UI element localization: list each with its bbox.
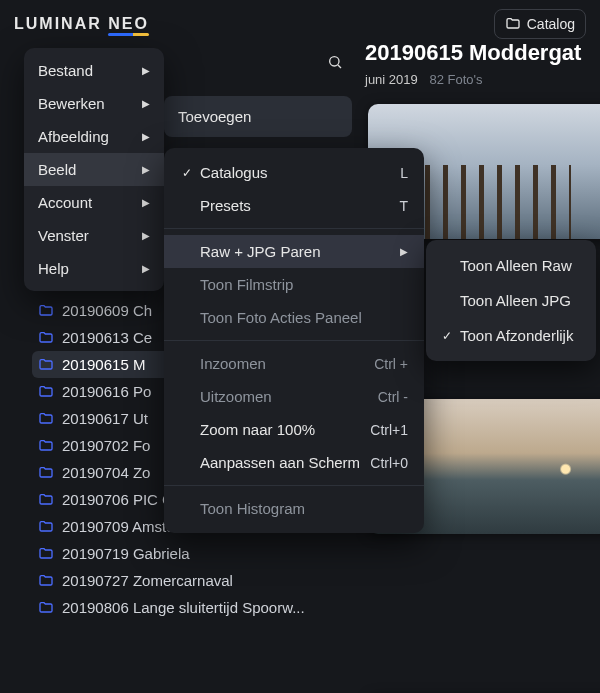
album-title: 20190615 Moddergat [365, 40, 592, 66]
folder-name: 20190615 M [62, 356, 145, 373]
menu-item-label: Help [38, 260, 69, 277]
menu-item[interactable]: Bewerken▶ [24, 87, 164, 120]
folder-name: 20190617 Ut [62, 410, 148, 427]
catalog-button[interactable]: Catalog [494, 9, 586, 39]
submenu-item[interactable]: Toon Alleen JPG [426, 283, 596, 318]
album-count: 82 Foto's [429, 72, 482, 87]
submenu-item[interactable]: Toon Alleen Raw [426, 248, 596, 283]
menu-item-label: Beeld [38, 161, 76, 178]
svg-line-1 [338, 65, 341, 68]
menu-item-label: Bestand [38, 62, 93, 79]
submenu-item-label: Toon Alleen JPG [460, 292, 571, 309]
folder-name: 20190702 Fo [62, 437, 150, 454]
submenu-item-label: Toon Alleen Raw [460, 257, 572, 274]
submenu-item-label: Presets [200, 197, 393, 214]
folder-name: 20190704 Zo [62, 464, 150, 481]
shortcut-label: Ctrl+0 [370, 455, 408, 471]
submenu-item[interactable]: ✓CatalogusL [164, 156, 424, 189]
submenu-item-label: Inzoomen [200, 355, 368, 372]
menu-item-label: Venster [38, 227, 89, 244]
app-name: LUMINAR [14, 15, 102, 32]
menu-item[interactable]: Beeld▶ [24, 153, 164, 186]
app-logo: LUMINAR NEO [14, 15, 149, 33]
chevron-right-icon: ▶ [142, 131, 150, 142]
chevron-right-icon: ▶ [142, 263, 150, 274]
submenu-item[interactable]: InzoomenCtrl + [164, 347, 424, 380]
album-date: juni 2019 [365, 72, 418, 87]
folder-item[interactable]: 20190806 Lange sluitertijd Spoorw... [32, 594, 332, 621]
submenu-item[interactable]: UitzoomenCtrl - [164, 380, 424, 413]
main-menu: Bestand▶Bewerken▶Afbeelding▶Beeld▶Accoun… [24, 48, 164, 291]
submenu-item-label: Zoom naar 100% [200, 421, 364, 438]
menu-item[interactable]: Bestand▶ [24, 54, 164, 87]
shortcut-label: Ctrl+1 [370, 422, 408, 438]
menu-item-label: Bewerken [38, 95, 105, 112]
shortcut-label: Ctrl + [374, 356, 408, 372]
add-panel[interactable]: Toevoegen [164, 96, 352, 137]
folder-name: 20190616 Po [62, 383, 151, 400]
menu-item[interactable]: Help▶ [24, 252, 164, 285]
menu-item[interactable]: Account▶ [24, 186, 164, 219]
check-icon: ✓ [440, 329, 454, 343]
chevron-right-icon: ▶ [142, 230, 150, 241]
add-panel-label: Toevoegen [178, 108, 251, 125]
submenu-item[interactable]: Zoom naar 100%Ctrl+1 [164, 413, 424, 446]
menu-item[interactable]: Afbeelding▶ [24, 120, 164, 153]
submenu-item-label: Toon Histogram [200, 500, 408, 517]
menu-item[interactable]: Venster▶ [24, 219, 164, 252]
menu-separator [164, 228, 424, 229]
chevron-right-icon: ▶ [142, 98, 150, 109]
submenu-item-label: Uitzoomen [200, 388, 372, 405]
catalog-button-label: Catalog [527, 16, 575, 32]
menu-item-label: Account [38, 194, 92, 211]
submenu-item-label: Raw + JPG Paren [200, 243, 394, 260]
menu-separator [164, 340, 424, 341]
folder-item[interactable]: 20190719 Gabriela [32, 540, 332, 567]
submenu-item-label: Toon Foto Acties Paneel [200, 309, 408, 326]
app-name-suffix: NEO [108, 15, 149, 32]
album-meta: juni 2019 82 Foto's [365, 72, 592, 87]
submenu-item-label: Toon Filmstrip [200, 276, 408, 293]
chevron-right-icon: ▶ [142, 197, 150, 208]
folder-icon [505, 16, 521, 32]
search-icon[interactable] [327, 54, 343, 74]
album-header: 20190615 Moddergat juni 2019 82 Foto's [365, 40, 600, 87]
folder-name: 20190727 Zomercarnaval [62, 572, 233, 589]
submenu-item[interactable]: Raw + JPG Paren▶ [164, 235, 424, 268]
raw-jpg-submenu: Toon Alleen RawToon Alleen JPG✓Toon Afzo… [426, 240, 596, 361]
chevron-right-icon: ▶ [142, 65, 150, 76]
shortcut-label: L [400, 165, 408, 181]
submenu-item[interactable]: Toon Histogram [164, 492, 424, 525]
menu-separator [164, 485, 424, 486]
shortcut-label: Ctrl - [378, 389, 408, 405]
folder-name: 20190613 Ce [62, 329, 152, 346]
submenu-item[interactable]: ✓Toon Afzonderlijk [426, 318, 596, 353]
svg-point-0 [330, 57, 339, 66]
submenu-item-label: Aanpassen aan Scherm [200, 454, 364, 471]
check-icon: ✓ [180, 166, 194, 180]
submenu-item[interactable]: Toon Foto Acties Paneel [164, 301, 424, 334]
chevron-right-icon: ▶ [400, 246, 408, 257]
shortcut-label: T [399, 198, 408, 214]
folder-name: 20190609 Ch [62, 302, 152, 319]
submenu-item[interactable]: Toon Filmstrip [164, 268, 424, 301]
submenu-item-label: Catalogus [200, 164, 394, 181]
submenu-item[interactable]: PresetsT [164, 189, 424, 222]
submenu-item[interactable]: Aanpassen aan SchermCtrl+0 [164, 446, 424, 479]
folder-name: 20190719 Gabriela [62, 545, 190, 562]
folder-name: 20190806 Lange sluitertijd Spoorw... [62, 599, 305, 616]
chevron-right-icon: ▶ [142, 164, 150, 175]
submenu-item-label: Toon Afzonderlijk [460, 327, 573, 344]
menu-item-label: Afbeelding [38, 128, 109, 145]
beeld-submenu: ✓CatalogusLPresetsTRaw + JPG Paren▶Toon … [164, 148, 424, 533]
folder-item[interactable]: 20190727 Zomercarnaval [32, 567, 332, 594]
